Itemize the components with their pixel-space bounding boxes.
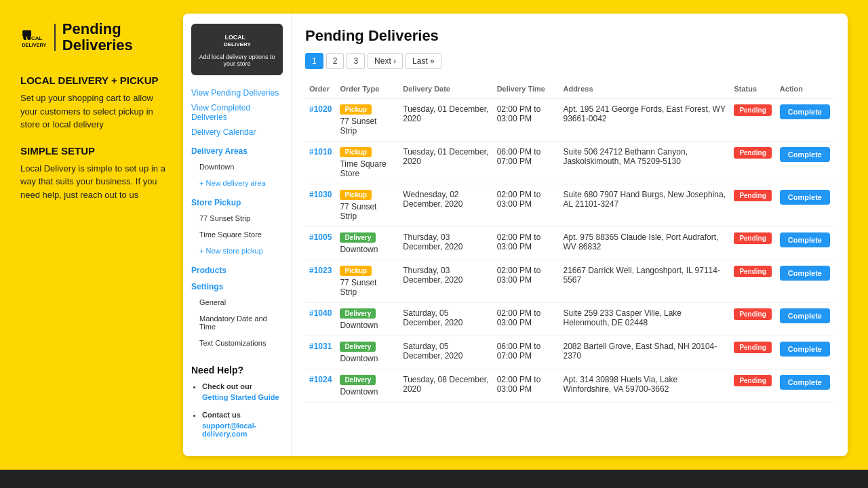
sidebar-item-view-completed[interactable]: View Completed Deliveries <box>191 100 283 125</box>
table-row: #1040 Delivery Downtown Saturday, 05 Dec… <box>305 303 834 336</box>
order-type-label: Downtown <box>340 321 378 330</box>
sidebar-item-77-sunset[interactable]: 77 Sunset Strip <box>199 211 283 225</box>
svg-rect-3 <box>22 30 31 37</box>
order-type-badge: Delivery <box>340 342 376 352</box>
page-btn-next[interactable]: Next › <box>368 53 403 69</box>
list-item: Time Square Store <box>199 226 283 243</box>
status-badge: Pending <box>734 104 771 116</box>
complete-button[interactable]: Complete <box>780 266 830 281</box>
order-link[interactable]: #1010 <box>309 147 332 157</box>
order-link[interactable]: #1031 <box>309 342 332 351</box>
cell-address: Suite 680 7907 Hand Burgs, New Josephina… <box>559 184 730 227</box>
table-row: #1023 Pickup 77 Sunset Strip Thursday, 0… <box>305 260 834 303</box>
cell-delivery-time: 06:00 PM to 07:00 PM <box>493 142 559 184</box>
sidebar-item-time-square[interactable]: Time Square Store <box>199 228 283 241</box>
order-type-label: Downtown <box>340 387 378 396</box>
cell-order-id: #1005 <box>305 227 336 260</box>
page-btn-1[interactable]: 1 <box>305 53 323 69</box>
cell-order-id: #1024 <box>305 369 336 403</box>
sidebar-item-add-store-pickup[interactable]: + New store pickup <box>199 244 283 258</box>
sidebar-item-calendar[interactable]: Delivery Calendar <box>191 125 283 140</box>
order-link[interactable]: #1030 <box>309 190 332 199</box>
cell-order-type: Delivery Downtown <box>336 303 399 336</box>
cell-delivery-time: 02:00 PM to 03:00 PM <box>493 184 559 227</box>
cell-action: Complete <box>776 99 834 142</box>
promo-title-1: LOCAL DELIVERY + PICKUP <box>20 75 170 86</box>
getting-started-guide-link[interactable]: Getting Started Guide <box>202 390 283 404</box>
cell-action: Complete <box>776 184 834 227</box>
support-email-link[interactable]: support@local-delivery.com <box>202 419 283 441</box>
complete-button[interactable]: Complete <box>780 232 830 247</box>
sidebar-item-text-customizations[interactable]: Text Customizations <box>199 336 283 350</box>
order-link[interactable]: #1020 <box>309 104 332 114</box>
help-item-contact: Contact us support@local-delivery.com <box>202 409 283 442</box>
sidebar-item-view-pending[interactable]: View Pending Deliveries <box>191 85 283 100</box>
svg-text:DELIVERY: DELIVERY <box>224 41 251 47</box>
cell-status: Pending <box>730 99 775 142</box>
cell-order-type: Delivery Downtown <box>336 336 399 369</box>
cell-order-type: Pickup 77 Sunset Strip <box>336 99 399 142</box>
cell-status: Pending <box>730 303 775 336</box>
cell-action: Complete <box>776 260 834 303</box>
cell-order-id: #1023 <box>305 260 336 303</box>
complete-button[interactable]: Complete <box>780 190 830 205</box>
status-badge: Pending <box>734 232 771 244</box>
order-link[interactable]: #1005 <box>309 232 332 242</box>
complete-button[interactable]: Complete <box>780 375 830 390</box>
promo-title-2: SIMPLE SETUP <box>20 145 170 157</box>
cell-status: Pending <box>730 336 775 369</box>
cell-action: Complete <box>776 303 834 336</box>
sidebar-item-mandatory-date[interactable]: Mandatory Date and Time <box>199 312 283 333</box>
sidebar-item-general[interactable]: General <box>199 296 283 309</box>
sidebar-item-add-delivery-area[interactable]: + New delivery area <box>199 176 283 190</box>
complete-button[interactable]: Complete <box>780 342 830 357</box>
promo-section: LOCAL DELIVERY + PICKUP Set up your shop… <box>20 75 170 201</box>
cell-address: 21667 Darrick Well, Langoshport, IL 9711… <box>559 260 730 303</box>
cell-order-id: #1020 <box>305 99 336 142</box>
page-btn-3[interactable]: 3 <box>347 53 365 69</box>
order-link[interactable]: #1023 <box>309 266 332 275</box>
cell-delivery-date: Tuesday, 01 December, 2020 <box>399 142 492 184</box>
table-row: #1024 Delivery Downtown Tuesday, 08 Dece… <box>305 369 834 403</box>
complete-button[interactable]: Complete <box>780 104 830 119</box>
col-delivery-date: Delivery Date <box>399 79 492 99</box>
cell-order-type: Delivery Downtown <box>336 369 399 403</box>
cell-address: Apt. 314 30898 Huels Via, Lake Winfordsh… <box>559 369 730 403</box>
order-type-badge: Delivery <box>340 375 376 385</box>
svg-text:DELIVERY: DELIVERY <box>22 42 46 48</box>
cell-address: Apt. 975 88365 Claude Isle, Port Audrafo… <box>559 227 730 260</box>
table-row: #1030 Pickup 77 Sunset Strip Wednesday, … <box>305 184 834 227</box>
cell-order-type: Pickup Time Square Store <box>336 142 399 184</box>
sidebar-products[interactable]: Products <box>191 266 283 275</box>
page-btn-2[interactable]: 2 <box>326 53 344 69</box>
complete-button[interactable]: Complete <box>780 147 830 162</box>
page-btn-last[interactable]: Last » <box>406 53 441 69</box>
sidebar-item-downtown[interactable]: Downtown <box>199 160 283 174</box>
sidebar-settings-list: General Mandatory Date and Time Text Cus… <box>191 294 283 351</box>
cell-delivery-time: 02:00 PM to 03:00 PM <box>493 260 559 303</box>
col-status: Status <box>730 79 775 99</box>
cell-delivery-date: Saturday, 05 December, 2020 <box>399 336 492 369</box>
svg-point-4 <box>23 36 26 39</box>
cell-action: Complete <box>776 227 834 260</box>
cell-delivery-time: 02:00 PM to 03:00 PM <box>493 99 559 142</box>
promo-text-1: Set up your shopping cart to allow your … <box>20 92 170 131</box>
order-link[interactable]: #1040 <box>309 308 332 318</box>
cell-order-type: Pickup 77 Sunset Strip <box>336 260 399 303</box>
sidebar-delivery-areas-list: Downtown + New delivery area <box>191 159 283 191</box>
order-link[interactable]: #1024 <box>309 375 332 384</box>
col-address: Address <box>559 79 730 99</box>
deliveries-table: Order Order Type Delivery Date Delivery … <box>305 79 834 403</box>
status-badge: Pending <box>734 190 771 201</box>
order-type-badge: Pickup <box>340 190 372 200</box>
table-row: #1020 Pickup 77 Sunset Strip Tuesday, 01… <box>305 99 834 142</box>
sidebar-section-store-pickup: Store Pickup <box>191 198 283 207</box>
table-row: #1005 Delivery Downtown Thursday, 03 Dec… <box>305 227 834 260</box>
cell-action: Complete <box>776 336 834 369</box>
cell-action: Complete <box>776 369 834 403</box>
cell-delivery-time: 02:00 PM to 03:00 PM <box>493 369 559 403</box>
logo-divider <box>54 24 56 51</box>
complete-button[interactable]: Complete <box>780 308 830 323</box>
status-badge: Pending <box>734 342 771 353</box>
table-row: #1031 Delivery Downtown Saturday, 05 Dec… <box>305 336 834 369</box>
